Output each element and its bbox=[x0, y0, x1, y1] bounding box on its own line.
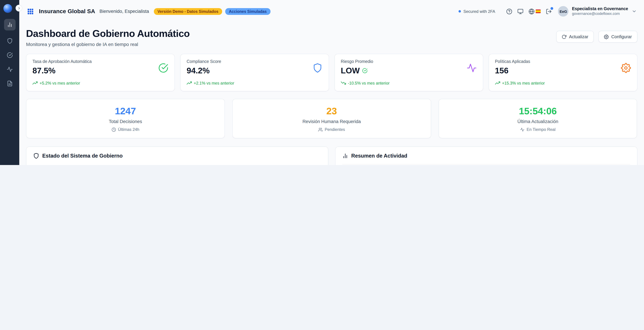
secured-2fa-indicator: Secured with 2FA bbox=[459, 9, 495, 14]
stat-card-average-risk: Riesgo Promedio LOW -10.5% vs mes anteri… bbox=[334, 54, 483, 91]
metric-sub-text: Últimas 24h bbox=[118, 127, 139, 132]
bar-chart-icon bbox=[6, 22, 13, 28]
activity-icon bbox=[6, 66, 13, 72]
page-title: Dashboard de Gobierno Automático bbox=[26, 28, 190, 39]
page-header: Dashboard de Gobierno Automático Monitor… bbox=[26, 28, 637, 47]
page-actions: Actualizar Configurar bbox=[556, 31, 637, 42]
user-menu[interactable]: Especialista en Governance governance@co… bbox=[572, 6, 628, 16]
stat-label: Tasa de Aprobación Automática bbox=[32, 59, 168, 64]
stat-trend: +2.1% vs mes anterior bbox=[187, 80, 322, 86]
chevron-right-icon bbox=[17, 6, 21, 10]
metric-card-last-update: 15:54:06 Última Actualización En Tiempo … bbox=[438, 99, 637, 138]
chevron-down-icon[interactable] bbox=[632, 9, 636, 14]
main-content: Dashboard de Gobierno Automático Monitor… bbox=[19, 23, 644, 165]
check-circle-icon bbox=[362, 68, 368, 73]
stat-label: Políticas Aplicadas bbox=[495, 59, 631, 64]
activity-icon bbox=[466, 63, 476, 73]
refresh-label: Actualizar bbox=[569, 34, 588, 39]
stat-value: 87.5% bbox=[32, 66, 56, 75]
sidebar-item-dashboard[interactable] bbox=[4, 19, 16, 30]
shield-icon bbox=[33, 153, 39, 159]
check-circle-icon bbox=[158, 63, 168, 73]
stat-card-applied-policies: Políticas Aplicadas 156 +15.3% vs mes an… bbox=[488, 54, 637, 91]
panel-title-text: Resumen de Actividad bbox=[351, 153, 407, 159]
logout-icon[interactable] bbox=[546, 8, 552, 14]
sidebar-nav bbox=[4, 19, 16, 92]
avatar[interactable]: EeG bbox=[558, 6, 568, 16]
gear-icon bbox=[604, 34, 609, 39]
trending-down-icon bbox=[341, 80, 346, 86]
panel-title-text: Estado del Sistema de Gobierno bbox=[42, 153, 122, 159]
trending-up-icon bbox=[495, 80, 500, 86]
metric-card-human-review: 23 Revisión Humana Requerida Pendientes bbox=[232, 99, 431, 138]
simulated-actions-badge: Acciones Simuladas bbox=[225, 8, 270, 15]
stat-trend: +5.2% vs mes anterior bbox=[32, 80, 168, 86]
company-name: Insurance Global SA bbox=[39, 8, 95, 15]
main-shell: Insurance Global SA Bienvenido, Especial… bbox=[19, 0, 644, 165]
stat-label: Compliance Score bbox=[187, 59, 322, 64]
stat-trend-label: +2.1% vs mes anterior bbox=[194, 81, 234, 85]
gear-icon bbox=[621, 63, 631, 73]
sidebar-item-risk[interactable] bbox=[4, 64, 16, 75]
metrics-row: 1247 Total Decisiones Últimas 24h 23 Rev… bbox=[26, 99, 637, 138]
pulse-icon bbox=[520, 127, 525, 132]
stat-trend-label: +15.3% vs mes anterior bbox=[502, 81, 545, 85]
metric-sublabel: Últimas 24h bbox=[32, 127, 218, 132]
metric-sublabel: En Tiempo Real bbox=[445, 127, 631, 132]
metric-value: 23 bbox=[239, 106, 425, 116]
apps-grid-icon[interactable] bbox=[27, 8, 34, 15]
notification-dot bbox=[550, 6, 554, 10]
stat-trend-label: -10.5% vs mes anterior bbox=[348, 81, 390, 85]
user-name: Especialista en Governance bbox=[572, 6, 628, 12]
configure-label: Configurar bbox=[611, 34, 632, 39]
activity-summary-panel: Resumen de Actividad Decisiones Automáti… bbox=[335, 146, 638, 165]
metric-card-total-decisions: 1247 Total Decisiones Últimas 24h bbox=[26, 99, 225, 138]
divider bbox=[342, 164, 630, 164]
refresh-button[interactable]: Actualizar bbox=[556, 31, 594, 42]
shield-icon bbox=[6, 38, 13, 44]
secured-2fa-label: Secured with 2FA bbox=[464, 9, 495, 14]
stat-value: 94.2% bbox=[187, 66, 210, 75]
metric-sublabel: Pendientes bbox=[239, 127, 425, 132]
activity-summary-title: Resumen de Actividad bbox=[342, 153, 630, 159]
metric-label: Última Actualización bbox=[445, 119, 631, 124]
sidebar-toggle-button[interactable] bbox=[16, 5, 22, 12]
stat-card-approval-rate: Tasa de Aprobación Automática 87.5% +5.2… bbox=[26, 54, 175, 91]
status-dot bbox=[459, 10, 461, 12]
user-email: governance@codeflowx.com bbox=[572, 12, 628, 16]
sidebar-item-policies[interactable] bbox=[4, 78, 16, 89]
check-circle-icon bbox=[6, 52, 13, 58]
stat-trend: +15.3% vs mes anterior bbox=[495, 80, 631, 86]
system-status-title: Estado del Sistema de Gobierno bbox=[33, 153, 321, 159]
configure-button[interactable]: Configurar bbox=[598, 31, 637, 42]
help-icon[interactable] bbox=[506, 8, 512, 14]
users-icon bbox=[318, 127, 322, 132]
language-globe-icon[interactable] bbox=[529, 8, 541, 14]
metric-label: Total Decisiones bbox=[32, 119, 218, 124]
refresh-icon bbox=[562, 34, 566, 39]
metric-sub-text: Pendientes bbox=[324, 127, 345, 132]
stats-row: Tasa de Aprobación Automática 87.5% +5.2… bbox=[26, 54, 637, 91]
monitor-icon[interactable] bbox=[518, 8, 524, 14]
shield-icon bbox=[312, 63, 322, 73]
app-logo bbox=[4, 4, 12, 13]
system-status-panel: Estado del Sistema de Gobierno Aprobació… bbox=[26, 146, 328, 165]
sidebar-item-decisions[interactable] bbox=[4, 49, 16, 61]
stat-trend-label: +5.2% vs mes anterior bbox=[40, 81, 80, 85]
file-text-icon bbox=[6, 80, 13, 86]
spain-flag-icon bbox=[536, 10, 541, 13]
top-bar: Insurance Global SA Bienvenido, Especial… bbox=[19, 0, 644, 23]
stat-value: LOW bbox=[341, 66, 360, 75]
metric-label: Revisión Humana Requerida bbox=[239, 119, 425, 124]
clock-icon bbox=[112, 127, 116, 132]
stat-value: 156 bbox=[495, 66, 508, 75]
stat-label: Riesgo Promedio bbox=[341, 59, 477, 64]
sidebar-item-compliance[interactable] bbox=[4, 35, 16, 47]
app-root: Insurance Global SA Bienvenido, Especial… bbox=[0, 0, 644, 165]
metric-value: 15:54:06 bbox=[445, 106, 631, 116]
trending-up-icon bbox=[187, 80, 192, 86]
bar-chart-icon bbox=[342, 153, 348, 159]
welcome-text: Bienvenido, Especialista bbox=[100, 9, 149, 14]
panels-row: Estado del Sistema de Gobierno Aprobació… bbox=[26, 146, 637, 165]
metric-value: 1247 bbox=[32, 106, 218, 116]
